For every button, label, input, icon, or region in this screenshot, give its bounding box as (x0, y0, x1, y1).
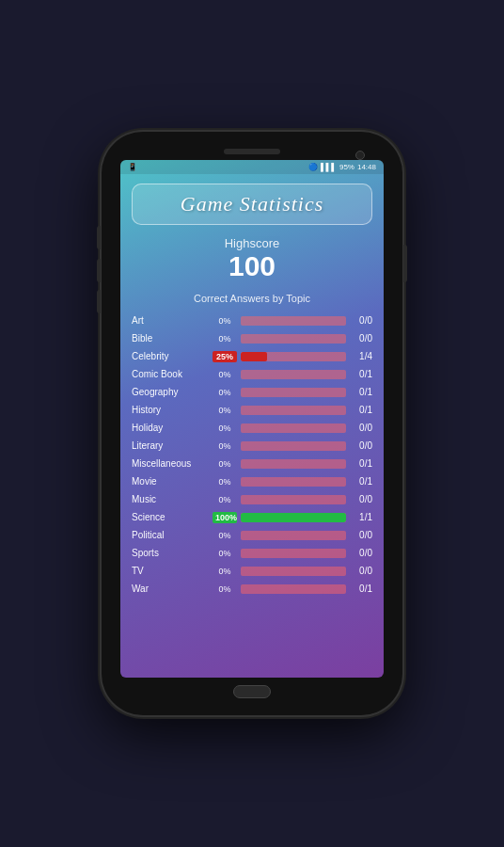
table-row: Political 0% 0/0 (132, 526, 372, 544)
bar-background (241, 334, 346, 344)
percent-label: 0% (213, 370, 237, 379)
score-label: 1/4 (352, 351, 372, 361)
stats-table: Art 0% 0/0 Bible 0% 0/0 Celebrity 25% (132, 312, 372, 598)
table-row: Music 0% 0/0 (132, 490, 372, 508)
table-row: Science 100% 1/1 (132, 508, 372, 526)
bar-container: 0% (213, 547, 346, 560)
highscore-value: 100 (132, 250, 372, 281)
bar-background (241, 388, 346, 397)
bar-background (241, 584, 346, 594)
topic-name: Miscellaneous (132, 458, 207, 469)
power-button (403, 245, 407, 282)
bar-container: 0% (213, 457, 346, 471)
highscore-section: Highscore 100 (132, 236, 372, 281)
clock: 14:48 (357, 163, 376, 171)
score-label: 0/0 (352, 440, 372, 451)
score-label: 0/1 (352, 583, 372, 594)
score-label: 0/1 (352, 387, 372, 397)
table-row: Miscellaneous 0% 0/1 (132, 455, 372, 472)
topic-name: TV (132, 566, 207, 576)
topic-name: Music (132, 494, 207, 504)
battery-level: 95% (339, 163, 354, 171)
bar-container: 0% (213, 422, 346, 435)
bar-container: 0% (213, 386, 346, 399)
topic-name: Movie (132, 476, 207, 487)
screen-content: Game Statistics Highscore 100 Correct An… (120, 174, 384, 678)
status-bar: 📱 🔵 ▌▌▌ 95% 14:48 (120, 160, 384, 174)
score-label: 0/0 (352, 333, 372, 344)
bar-fill (241, 513, 346, 522)
phone-frame: 📱 🔵 ▌▌▌ 95% 14:48 Game Statistics Highsc… (102, 132, 402, 715)
bar-background (241, 513, 346, 522)
bar-background (241, 459, 346, 469)
score-label: 0/0 (352, 566, 372, 576)
home-button[interactable] (233, 685, 271, 698)
bar-container: 0% (213, 529, 346, 542)
silent-button (97, 290, 101, 313)
score-label: 0/0 (352, 548, 372, 558)
score-label: 0/1 (352, 405, 372, 415)
title-box: Game Statistics (132, 184, 372, 225)
bar-background (241, 441, 346, 451)
percent-label: 0% (213, 334, 237, 344)
percent-label: 0% (213, 406, 237, 415)
bar-background (241, 370, 346, 379)
percent-label: 0% (213, 459, 237, 469)
topic-name: Comic Book (132, 369, 207, 379)
percent-label: 0% (213, 584, 237, 594)
score-label: 0/0 (352, 315, 372, 326)
topic-name: History (132, 405, 207, 415)
table-row: Bible 0% 0/0 (132, 329, 372, 347)
score-label: 0/1 (352, 369, 372, 379)
percent-label: 0% (213, 477, 237, 487)
bar-background (241, 531, 346, 540)
table-row: TV 0% 0/0 (132, 562, 372, 580)
phone-speaker (224, 149, 280, 154)
percent-label: 0% (213, 531, 237, 540)
topic-name: Science (132, 512, 207, 522)
table-row: Art 0% 0/0 (132, 312, 372, 329)
percent-label: 0% (213, 549, 237, 558)
percent-label: 0% (213, 495, 237, 504)
topic-name: Art (132, 315, 207, 326)
volume-up-button (97, 226, 101, 249)
score-label: 0/0 (352, 423, 372, 433)
bar-background (241, 477, 346, 487)
bar-background (241, 316, 346, 326)
page-title: Game Statistics (181, 192, 324, 216)
table-row: Celebrity 25% 1/4 (132, 347, 372, 365)
bar-container: 0% (213, 404, 346, 417)
phone-screen: 📱 🔵 ▌▌▌ 95% 14:48 Game Statistics Highsc… (120, 160, 384, 678)
bar-container: 0% (213, 368, 346, 381)
score-label: 0/0 (352, 494, 372, 504)
topic-name: Celebrity (132, 351, 207, 361)
topic-name: Political (132, 530, 207, 540)
status-left-icons: 📱 (128, 163, 137, 171)
bar-container: 0% (213, 475, 346, 488)
score-label: 0/1 (352, 458, 372, 469)
signal-icon: ▌▌▌ (321, 163, 337, 171)
percent-label: 0% (213, 441, 237, 451)
topic-name: Sports (132, 548, 207, 558)
percent-label: 0% (213, 316, 237, 326)
phone-bottom (233, 685, 271, 698)
score-label: 1/1 (352, 512, 372, 522)
topic-name: Holiday (132, 423, 207, 433)
bar-fill (241, 352, 267, 361)
table-row: Geography 0% 0/1 (132, 383, 372, 401)
topic-name: Geography (132, 387, 207, 397)
table-row: Comic Book 0% 0/1 (132, 365, 372, 383)
bar-container: 0% (213, 565, 346, 578)
bar-container: 25% (213, 350, 346, 363)
percent-label: 0% (213, 388, 237, 397)
score-label: 0/1 (352, 476, 372, 487)
table-row: History 0% 0/1 (132, 401, 372, 419)
percent-label: 100% (213, 512, 237, 523)
table-row: Holiday 0% 0/0 (132, 419, 372, 437)
table-row: Sports 0% 0/0 (132, 544, 372, 562)
status-right-info: 🔵 ▌▌▌ 95% 14:48 (308, 163, 376, 171)
bluetooth-icon: 🔵 (308, 163, 318, 171)
bar-background (241, 567, 346, 576)
notification-icons: 📱 (128, 163, 137, 171)
percent-label: 0% (213, 424, 237, 433)
